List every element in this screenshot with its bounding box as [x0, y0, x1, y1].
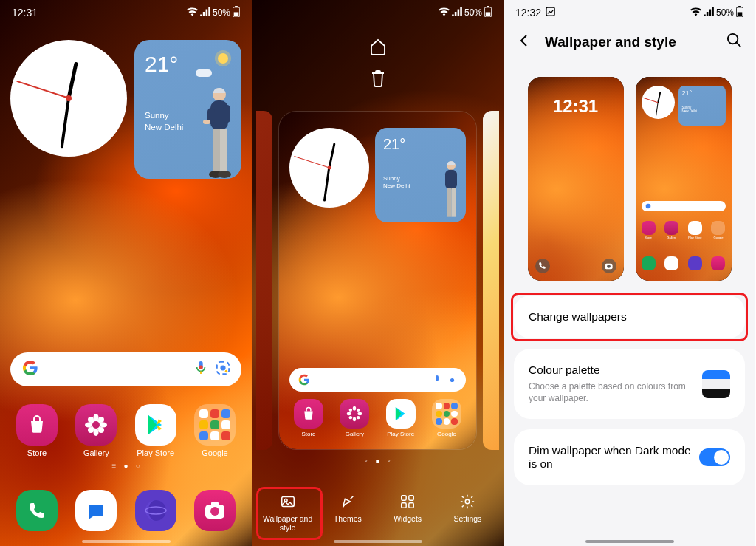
mic-icon[interactable] [196, 361, 206, 378]
dock [10, 490, 241, 531]
svg-rect-34 [486, 12, 491, 16]
battery-icon [484, 6, 492, 19]
svg-rect-59 [738, 12, 743, 16]
widgets-row: 21° Sunny New Delhi [10, 40, 241, 179]
setting-change-wallpapers[interactable]: Change wallpapers [514, 296, 745, 338]
app-gallery[interactable]: Gallery [69, 404, 123, 457]
nav-bar[interactable] [334, 540, 422, 543]
svg-point-55 [466, 499, 470, 504]
indicator-apps-icon[interactable]: ≡ [112, 462, 117, 470]
lock-time: 12:31 [528, 96, 624, 117]
lock-screen-preview[interactable]: 12:31 Wed, 14 February [528, 77, 624, 281]
svg-point-25 [88, 427, 94, 433]
home-page-preview[interactable]: 21° Sunny New Delhi Store Galler [278, 111, 477, 450]
lock-phone-icon [535, 259, 550, 273]
search-icon[interactable] [726, 33, 742, 51]
indicator-dot[interactable]: ● [123, 462, 128, 470]
neighbor-page-left[interactable] [256, 111, 272, 450]
wallpaper-previews: 12:31 Wed, 14 February 21° Sunn [504, 77, 755, 281]
setting-dim-wallpaper[interactable]: Dim wallpaper when Dark mode is on [514, 429, 745, 485]
setting-title: Dim wallpaper when Dark mode is on [529, 444, 698, 471]
svg-point-23 [88, 417, 94, 423]
nav-bar[interactable] [585, 540, 674, 543]
svg-point-45 [349, 409, 352, 412]
toggle-dim-wallpaper[interactable] [699, 448, 730, 466]
person-illustration [197, 83, 237, 179]
svg-rect-33 [487, 6, 489, 7]
action-settings[interactable]: Settings [438, 494, 497, 533]
svg-rect-14 [199, 365, 202, 369]
sun-icon [218, 53, 228, 64]
status-time: 12:31 [12, 7, 38, 18]
svg-point-44 [358, 412, 362, 415]
trash-icon[interactable] [370, 69, 386, 90]
svg-point-60 [728, 34, 738, 44]
mini-app-row: Store Gallery Play Store Google [289, 399, 466, 437]
edit-top-controls [252, 37, 504, 90]
mini-label: Gallery [346, 431, 364, 437]
home-screen-preview[interactable]: 21° Sunny New Delhi Store Gallery Play S… [636, 77, 732, 281]
google-folder-icon [194, 404, 236, 446]
svg-point-41 [353, 406, 356, 411]
svg-rect-58 [738, 6, 741, 7]
analog-clock-widget[interactable] [10, 40, 127, 157]
app-label: Google [202, 448, 227, 457]
setting-colour-palette[interactable]: Colour palette Choose a palette based on… [514, 349, 745, 419]
svg-point-11 [218, 171, 231, 178]
status-bar: 12:31 50% [0, 0, 252, 25]
camera-icon [194, 490, 236, 531]
app-browser[interactable] [129, 490, 182, 531]
mini-google-icon [298, 374, 310, 386]
status-icons: 50% [439, 6, 492, 19]
home-outline-icon[interactable] [368, 37, 388, 59]
clock-center [66, 95, 72, 101]
svg-point-16 [220, 365, 225, 370]
phone-home-edit: 50% 21° Sunny New Delhi [252, 0, 504, 546]
action-label: Settings [453, 514, 481, 524]
google-search-bar[interactable] [10, 352, 241, 386]
mini-person-icon [436, 157, 463, 222]
svg-point-26 [98, 427, 104, 433]
settings-header: Wallpaper and style [504, 33, 755, 51]
status-icons: 50% [187, 6, 240, 19]
setting-subtitle: Choose a palette based on colours from y… [529, 381, 691, 404]
battery-text: 50% [716, 7, 734, 18]
action-label: Themes [334, 514, 362, 524]
status-bar: 50% [252, 0, 504, 25]
app-phone[interactable] [10, 490, 63, 531]
highlight-change-wallpapers [511, 293, 748, 341]
micro-label: Play Store [688, 236, 701, 239]
setting-title: Colour palette [529, 364, 691, 377]
phone-home-screen: 12:31 50% 21° Sunny Ne [0, 0, 252, 546]
svg-rect-52 [409, 496, 413, 500]
svg-point-48 [357, 416, 360, 419]
micro-label: Gallery [667, 236, 676, 239]
action-themes[interactable]: Themes [318, 494, 377, 533]
clock-second-hand [16, 81, 69, 98]
clock-hour-hand [67, 62, 78, 99]
wifi-icon [187, 7, 198, 18]
action-widgets[interactable]: Widgets [378, 494, 437, 533]
svg-rect-2 [234, 12, 239, 16]
indicator-dot[interactable]: ○ [135, 462, 140, 470]
micro-label: Store [645, 236, 652, 239]
svg-point-24 [98, 417, 104, 423]
svg-rect-36 [445, 170, 457, 190]
weather-widget[interactable]: 21° Sunny New Delhi [134, 40, 241, 179]
app-google-folder[interactable]: Google [188, 404, 241, 457]
signal-icon [200, 7, 210, 18]
lens-icon[interactable] [216, 361, 230, 378]
svg-point-17 [225, 370, 228, 373]
app-play-store[interactable]: Play Store [129, 404, 182, 457]
svg-point-20 [94, 429, 99, 436]
wifi-icon [690, 7, 701, 18]
app-messages[interactable] [69, 490, 123, 531]
neighbor-page-right[interactable] [483, 111, 499, 450]
action-label: Widgets [394, 514, 422, 524]
app-camera[interactable] [188, 490, 241, 531]
app-store[interactable]: Store [10, 404, 63, 457]
nav-bar[interactable] [82, 540, 171, 543]
status-bar: 12:32 50% [504, 0, 755, 25]
page-title: Wallpaper and style [545, 34, 676, 50]
back-icon[interactable] [517, 33, 532, 51]
